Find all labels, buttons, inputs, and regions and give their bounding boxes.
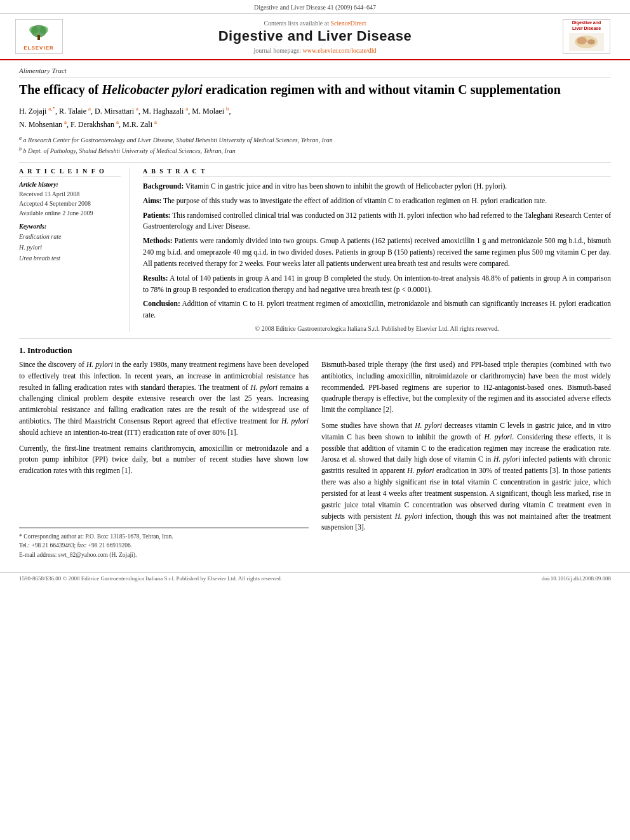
sciencedirect-anchor[interactable]: ScienceDirect <box>330 20 366 27</box>
dld-logo-area: Digestive andLiver Disease <box>563 19 620 54</box>
dld-logo-box: Digestive andLiver Disease <box>563 19 610 54</box>
body-two-col: Since the discovery of H. pylori in the … <box>19 359 611 559</box>
abstract-aims: Aims: The purpose of this study was to i… <box>143 196 611 207</box>
intro-para-1: Since the discovery of H. pylori in the … <box>19 359 309 439</box>
article-info-title: A R T I C L E I N F O <box>19 168 121 177</box>
page: Digestive and Liver Disease 41 (2009) 64… <box>0 0 630 840</box>
abstract-background: Background: Vitamin C in gastric juice a… <box>143 181 611 192</box>
abstract-title: A B S T R A C T <box>143 168 611 177</box>
keyword-1: Eradication rate <box>19 231 121 242</box>
keyword-2: H. pylori <box>19 242 121 253</box>
journal-banner: ELSEVIER Contents lists available at Sci… <box>0 14 630 60</box>
article-history: Article history: Received 13 April 2008 … <box>19 181 121 218</box>
svg-point-6 <box>577 37 587 44</box>
article-title: The efficacy of Helicobacter pylori erad… <box>19 81 611 98</box>
body-col-right: Bismuth-based triple therapy (the first … <box>321 359 611 559</box>
elsevier-logo-box: ELSEVIER <box>15 19 63 54</box>
elsevier-text: ELSEVIER <box>23 45 54 51</box>
divider-2 <box>19 338 611 339</box>
intro-right-para-2: Some studies have shown that H. pylori d… <box>321 420 611 533</box>
journal-title: Digestive and Liver Disease <box>67 28 563 44</box>
footnote-tel: Tel.: +98 21 66439463; fax: +98 21 66919… <box>19 541 309 550</box>
elsevier-tree-icon <box>26 22 51 43</box>
sciencedirect-link: Contents lists available at ScienceDirec… <box>67 20 563 27</box>
keywords-section: Keywords: Eradication rate H. pylori Ure… <box>19 223 121 263</box>
footnote-email: E-mail address: swt_82@yahoo.com (H. Zoj… <box>19 550 309 559</box>
intro-right-para-1: Bismuth-based triple therapy (the first … <box>321 359 611 416</box>
keywords-list: Eradication rate H. pylori Urea breath t… <box>19 231 121 263</box>
footnote-asterisk: * Corresponding author at: P.O. Box: 131… <box>19 532 309 541</box>
page-footer: 1590-8658/$36.00 © 2008 Editrice Gastroe… <box>0 572 630 584</box>
intro-para-2: Currently, the first-line treatment rema… <box>19 443 309 477</box>
abstract-conclusion: Conclusion: Addition of vitamin C to H. … <box>143 298 611 321</box>
elsevier-logo: ELSEVIER <box>10 19 67 54</box>
journal-ref-line: Digestive and Liver Disease 41 (2009) 64… <box>0 0 630 14</box>
intro-heading: 1. Introduction <box>19 345 611 356</box>
divider-1 <box>19 162 611 163</box>
footer-issn: 1590-8658/$36.00 © 2008 Editrice Gastroe… <box>19 575 282 582</box>
svg-point-3 <box>39 26 48 34</box>
footer-doi: doi:10.1016/j.dld.2008.09.008 <box>542 575 611 582</box>
journal-ref: Digestive and Liver Disease 41 (2009) 64… <box>254 4 376 11</box>
svg-rect-1 <box>37 35 40 40</box>
homepage-link[interactable]: www.elsevier.com/locate/dld <box>303 47 377 54</box>
section-label: Alimentary Tract <box>19 67 611 77</box>
abstract-copyright: © 2008 Editrice Gastroenterologica Itali… <box>143 325 611 332</box>
body-col-left: Since the discovery of H. pylori in the … <box>19 359 309 559</box>
affiliations: a a Research Center for Gastroenterology… <box>19 135 611 156</box>
received-date: Received 13 April 2008 <box>19 189 121 199</box>
dld-image-icon <box>569 33 604 51</box>
abstract-results: Results: A total of 140 patients in grou… <box>143 273 611 296</box>
journal-banner-center: Contents lists available at ScienceDirec… <box>67 20 563 54</box>
authors-line: H. Zojaji a,*, R. Talaie a, D. Mirsattar… <box>19 104 611 131</box>
abstract-col: A B S T R A C T Background: Vitamin C in… <box>143 168 611 332</box>
svg-point-7 <box>587 39 595 44</box>
available-date: Available online 2 June 2009 <box>19 208 121 218</box>
svg-point-2 <box>29 26 38 34</box>
info-abstract-section: A R T I C L E I N F O Article history: R… <box>19 168 611 332</box>
footnote-area: * Corresponding author at: P.O. Box: 131… <box>19 528 309 559</box>
journal-homepage: journal homepage: www.elsevier.com/locat… <box>67 47 563 54</box>
abstract-text: Background: Vitamin C in gastric juice a… <box>143 181 611 321</box>
main-content: Alimentary Tract The efficacy of Helicob… <box>0 60 630 566</box>
abstract-patients: Patients: This randomised controlled cli… <box>143 210 611 233</box>
history-label: Article history: <box>19 181 121 188</box>
article-info-col: A R T I C L E I N F O Article history: R… <box>19 168 130 332</box>
keywords-label: Keywords: <box>19 223 121 230</box>
abstract-methods: Methods: Patients were randomly divided … <box>143 236 611 269</box>
body-content: 1. Introduction Since the discovery of H… <box>19 345 611 559</box>
elsevier-logo-area: ELSEVIER <box>10 19 67 54</box>
keyword-3: Urea breath test <box>19 253 121 263</box>
accepted-date: Accepted 4 September 2008 <box>19 199 121 208</box>
